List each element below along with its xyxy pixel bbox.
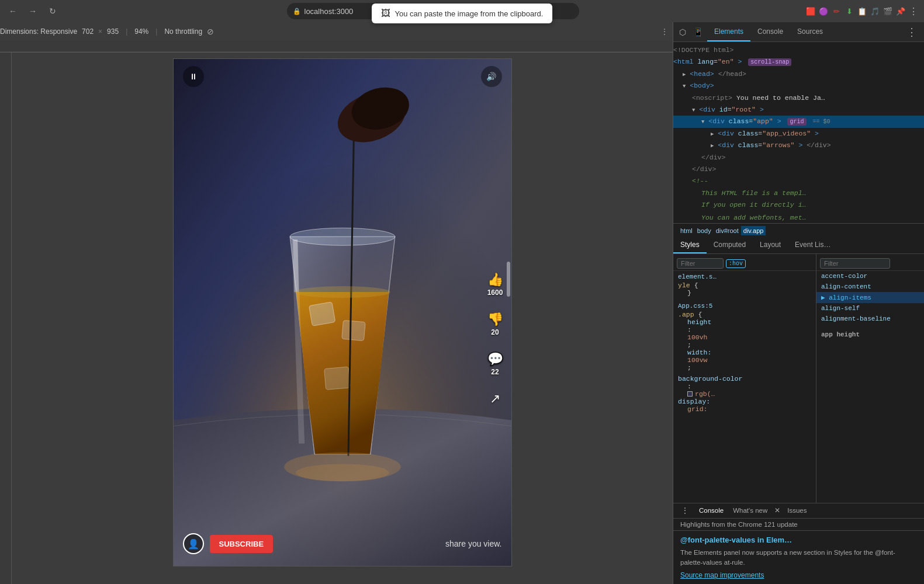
- styles-left[interactable]: :hov element.s… yle { } App.css:5: [673, 254, 816, 503]
- css-prop-height: height: [678, 318, 811, 326]
- ext-icon-6[interactable]: 🎵: [869, 5, 881, 17]
- arrows-triangle[interactable]: [711, 141, 714, 149]
- toolbar-more[interactable]: ⋮: [661, 27, 668, 36]
- dom-line-comment1[interactable]: This HTML file is a templ…: [673, 187, 924, 199]
- app-scrollbar[interactable]: [507, 262, 510, 297]
- dimensions-label[interactable]: Dimensions: Responsive: [0, 27, 77, 36]
- head-triangle[interactable]: [683, 70, 686, 78]
- whats-new-panel: @font-palette-values in Elem… The Elemen…: [673, 530, 924, 585]
- ext-icon-8[interactable]: 📌: [895, 5, 906, 17]
- devtools-menu[interactable]: ⋮: [908, 5, 919, 17]
- device-icon[interactable]: 📱: [691, 25, 705, 39]
- dom-line-head[interactable]: <head> </head>: [673, 68, 924, 80]
- zoom-level[interactable]: 94%: [134, 27, 148, 36]
- dom-line-comment-start[interactable]: <!--: [673, 175, 924, 187]
- ext-icon-5[interactable]: 📋: [856, 5, 868, 17]
- ext-icon-4[interactable]: ⬇: [843, 5, 855, 17]
- avatar-button[interactable]: 👤: [183, 533, 204, 554]
- whats-new-close[interactable]: ✕: [774, 506, 780, 515]
- bc-html[interactable]: html: [678, 226, 695, 235]
- css-prop-display: display:: [678, 398, 811, 405]
- computed-alignment-baseline[interactable]: alignment-baseline: [816, 314, 924, 324]
- app-frame: ⏸ 🔊 👍 1600 👎: [173, 58, 512, 566]
- dom-tree[interactable]: <!DOCTYPE html> <html lang="en" > scroll…: [673, 42, 924, 223]
- dom-line-videos[interactable]: <div class="app_videos" >: [673, 128, 924, 140]
- like-button[interactable]: 👍 1600: [487, 272, 503, 297]
- dom-line-close-div2[interactable]: </div>: [673, 164, 924, 175]
- tab-computed[interactable]: Computed: [707, 237, 753, 253]
- dom-line-arrows[interactable]: <div class="arrows" > </div>: [673, 140, 924, 151]
- issues-tab[interactable]: Issues: [785, 506, 809, 515]
- dom-line-root[interactable]: <div id="root" >: [673, 104, 924, 116]
- bc-body[interactable]: body: [695, 226, 714, 235]
- share-button[interactable]: ↗: [490, 391, 500, 406]
- bc-root[interactable]: div#root: [714, 226, 741, 235]
- subscribe-button[interactable]: SUBSCRIBE: [210, 535, 274, 553]
- css-val-100vh: 100vh: [678, 333, 811, 341]
- comment-count: 22: [491, 368, 499, 376]
- computed-align-self[interactable]: align-self: [816, 303, 924, 314]
- dom-line-body[interactable]: <body>: [673, 80, 924, 92]
- hov-badge[interactable]: :hov: [726, 259, 746, 268]
- throttle-label[interactable]: No throttling: [164, 27, 202, 36]
- color-swatch[interactable]: [687, 391, 693, 397]
- css-selector-app: .app {: [678, 311, 811, 318]
- tab-elements[interactable]: Elements: [707, 22, 750, 41]
- css-rule-app: App.css:5 .app { height : 100vh: [673, 300, 816, 373]
- css-bgcolor-val: rgb(…: [678, 390, 811, 398]
- ext-icon-7[interactable]: 🎬: [882, 5, 894, 17]
- dt-more-icon[interactable]: ⋮: [902, 26, 922, 39]
- console-tab[interactable]: Console: [697, 506, 726, 515]
- ext-icon-2[interactable]: 🟣: [818, 5, 829, 17]
- toast-text: You can paste the image from the clipboa…: [395, 9, 544, 18]
- ruler-vertical: [0, 53, 12, 584]
- tab-styles[interactable]: Styles: [673, 237, 707, 253]
- tab-layout[interactable]: Layout: [753, 237, 788, 253]
- ext-icon-3[interactable]: ✏: [830, 5, 842, 17]
- whats-new-tab[interactable]: What's new: [731, 506, 770, 515]
- styles-filter-input[interactable]: [677, 258, 724, 269]
- pause-button[interactable]: ⏸: [183, 66, 204, 87]
- computed-align-content[interactable]: align-content: [816, 281, 924, 292]
- computed-filter-input[interactable]: [820, 258, 890, 269]
- app-triangle[interactable]: [701, 117, 704, 125]
- mute-button[interactable]: 🔊: [481, 66, 502, 87]
- dom-line-html[interactable]: <html lang="en" > scroll-snap: [673, 56, 924, 68]
- styles-panel: :hov element.s… yle { } App.css:5: [673, 254, 924, 503]
- ext-icon-1[interactable]: 🟥: [805, 5, 816, 17]
- tab-sources[interactable]: Sources: [790, 22, 830, 41]
- dom-line-close-div1[interactable]: </div>: [673, 152, 924, 164]
- dom-line-app[interactable]: <div class="app" > grid == $0: [673, 116, 924, 127]
- css-source-element: element.s…: [678, 272, 811, 281]
- dom-line-comment4[interactable]: You can add webfonts, met…: [673, 212, 924, 223]
- dom-line-doctype[interactable]: <!DOCTYPE html>: [673, 44, 924, 56]
- back-button[interactable]: ←: [5, 3, 21, 19]
- css-val-grid: grid:: [678, 405, 811, 413]
- equals-dollar-zero: == $0: [812, 119, 830, 125]
- root-triangle[interactable]: [692, 106, 695, 113]
- computed-align-items[interactable]: ▶ align-items: [816, 292, 924, 303]
- wn-link[interactable]: Source map improvements: [680, 571, 917, 579]
- body-triangle[interactable]: [683, 82, 686, 89]
- network-icon[interactable]: ⊘: [207, 27, 214, 36]
- bc-app[interactable]: div.app: [741, 226, 766, 235]
- highlights-text: Highlights from the Chrome 121 update: [680, 521, 798, 528]
- dom-line-noscript[interactable]: <noscript> You need to enable Ja…: [673, 92, 924, 104]
- css-source-app: App.css:5: [678, 301, 811, 311]
- styles-right[interactable]: accent-color align-content ▶ align-items…: [816, 254, 924, 503]
- tab-event-listeners[interactable]: Event Lis…: [788, 237, 838, 253]
- reload-button[interactable]: ↻: [44, 3, 61, 19]
- forward-button[interactable]: →: [25, 3, 41, 19]
- videos-triangle[interactable]: [711, 130, 714, 137]
- css-semi1: ;: [678, 341, 811, 349]
- dislike-count: 20: [491, 328, 499, 336]
- console-menu-icon[interactable]: ⋮: [678, 503, 692, 517]
- inspect-icon[interactable]: ⬡: [676, 25, 690, 39]
- computed-accent-color[interactable]: accent-color: [816, 271, 924, 281]
- dom-line-comment2[interactable]: If you open it directly i…: [673, 199, 924, 211]
- viewport-height: 935: [107, 27, 119, 36]
- url-text: localhost:3000: [304, 7, 354, 16]
- comment-button[interactable]: 💬 22: [487, 352, 503, 376]
- dislike-button[interactable]: 👎 20: [487, 312, 503, 336]
- tab-console[interactable]: Console: [750, 22, 790, 41]
